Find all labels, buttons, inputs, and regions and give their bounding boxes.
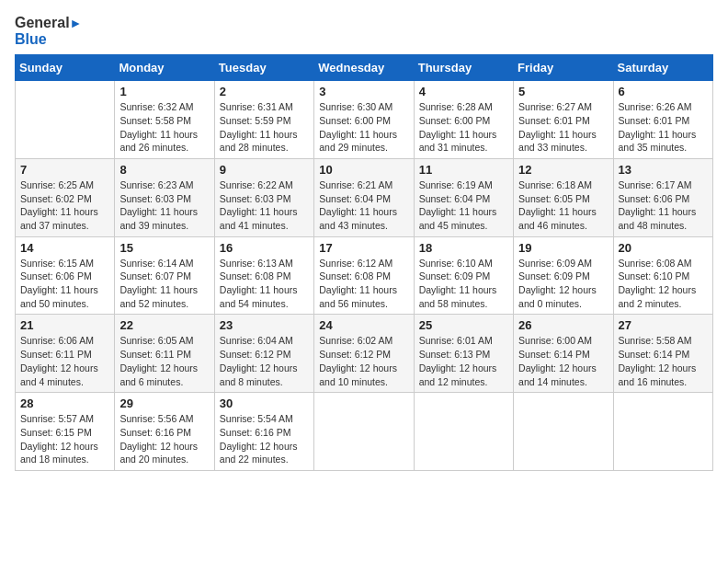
day-number: 24: [319, 318, 408, 332]
day-number: 22: [119, 318, 209, 332]
calendar-cell: 16Sunrise: 6:13 AM Sunset: 6:08 PM Dayli…: [214, 236, 313, 315]
day-info: Sunrise: 5:54 AM Sunset: 6:16 PM Dayligh…: [220, 412, 309, 466]
calendar-cell: 4Sunrise: 6:28 AM Sunset: 6:00 PM Daylig…: [414, 81, 513, 159]
calendar-cell: 22Sunrise: 6:05 AM Sunset: 6:11 PM Dayli…: [115, 315, 214, 393]
logo-text: General► Blue: [15, 15, 82, 47]
calendar-cell: 27Sunrise: 5:58 AM Sunset: 6:14 PM Dayli…: [613, 315, 712, 393]
calendar-table: SundayMondayTuesdayWednesdayThursdayFrid…: [15, 54, 713, 471]
day-number: 20: [619, 241, 708, 255]
calendar-week-row: 7Sunrise: 6:25 AM Sunset: 6:02 PM Daylig…: [16, 158, 713, 236]
day-info: Sunrise: 6:04 AM Sunset: 6:12 PM Dayligh…: [220, 334, 309, 388]
calendar-week-row: 1Sunrise: 6:32 AM Sunset: 5:58 PM Daylig…: [16, 81, 713, 159]
weekday-header-tuesday: Tuesday: [214, 55, 313, 81]
day-info: Sunrise: 6:15 AM Sunset: 6:06 PM Dayligh…: [20, 257, 109, 311]
calendar-cell: [414, 393, 513, 471]
calendar-cell: 26Sunrise: 6:00 AM Sunset: 6:14 PM Dayli…: [514, 315, 613, 393]
calendar-week-row: 28Sunrise: 5:57 AM Sunset: 6:15 PM Dayli…: [16, 393, 713, 471]
calendar-cell: 1Sunrise: 6:32 AM Sunset: 5:58 PM Daylig…: [115, 81, 214, 159]
day-info: Sunrise: 6:23 AM Sunset: 6:03 PM Dayligh…: [119, 178, 209, 233]
day-info: Sunrise: 6:17 AM Sunset: 6:06 PM Dayligh…: [619, 178, 708, 233]
calendar-week-row: 21Sunrise: 6:06 AM Sunset: 6:11 PM Dayli…: [16, 315, 713, 393]
day-number: 16: [220, 241, 309, 255]
calendar-cell: 24Sunrise: 6:02 AM Sunset: 6:12 PM Dayli…: [314, 315, 414, 393]
calendar-cell: 2Sunrise: 6:31 AM Sunset: 5:59 PM Daylig…: [214, 81, 313, 159]
day-number: 23: [220, 318, 309, 332]
day-number: 1: [119, 85, 209, 98]
day-info: Sunrise: 6:19 AM Sunset: 6:04 PM Dayligh…: [419, 178, 508, 233]
calendar-cell: [314, 393, 414, 471]
day-number: 9: [220, 163, 309, 177]
calendar-cell: 14Sunrise: 6:15 AM Sunset: 6:06 PM Dayli…: [16, 236, 115, 315]
day-number: 19: [518, 241, 608, 255]
day-info: Sunrise: 6:31 AM Sunset: 5:59 PM Dayligh…: [220, 100, 309, 155]
day-info: Sunrise: 6:32 AM Sunset: 5:58 PM Dayligh…: [119, 100, 209, 155]
weekday-header-friday: Friday: [514, 55, 613, 81]
calendar-cell: 19Sunrise: 6:09 AM Sunset: 6:09 PM Dayli…: [514, 236, 613, 315]
day-number: 30: [220, 396, 309, 410]
day-info: Sunrise: 6:02 AM Sunset: 6:12 PM Dayligh…: [319, 334, 408, 388]
day-number: 13: [619, 163, 708, 177]
day-number: 14: [20, 241, 109, 255]
day-info: Sunrise: 6:13 AM Sunset: 6:08 PM Dayligh…: [220, 257, 309, 311]
day-info: Sunrise: 6:12 AM Sunset: 6:08 PM Dayligh…: [319, 257, 408, 311]
weekday-header-sunday: Sunday: [16, 55, 115, 81]
logo: General► Blue: [15, 15, 82, 47]
day-number: 2: [220, 85, 309, 98]
day-info: Sunrise: 6:27 AM Sunset: 6:01 PM Dayligh…: [518, 100, 608, 155]
day-info: Sunrise: 6:26 AM Sunset: 6:01 PM Dayligh…: [619, 100, 708, 155]
day-info: Sunrise: 5:57 AM Sunset: 6:15 PM Dayligh…: [20, 412, 109, 466]
calendar-cell: 12Sunrise: 6:18 AM Sunset: 6:05 PM Dayli…: [514, 158, 613, 236]
day-info: Sunrise: 6:21 AM Sunset: 6:04 PM Dayligh…: [319, 178, 408, 233]
day-number: 5: [518, 85, 608, 98]
calendar-week-row: 14Sunrise: 6:15 AM Sunset: 6:06 PM Dayli…: [16, 236, 713, 315]
day-number: 29: [119, 396, 209, 410]
day-info: Sunrise: 6:00 AM Sunset: 6:14 PM Dayligh…: [518, 334, 608, 388]
calendar-cell: 15Sunrise: 6:14 AM Sunset: 6:07 PM Dayli…: [115, 236, 214, 315]
calendar-cell: 20Sunrise: 6:08 AM Sunset: 6:10 PM Dayli…: [613, 236, 712, 315]
day-number: 4: [419, 85, 508, 98]
calendar-cell: 3Sunrise: 6:30 AM Sunset: 6:00 PM Daylig…: [314, 81, 414, 159]
calendar-cell: 5Sunrise: 6:27 AM Sunset: 6:01 PM Daylig…: [514, 81, 613, 159]
weekday-header-thursday: Thursday: [414, 55, 513, 81]
day-number: 10: [319, 163, 408, 177]
day-info: Sunrise: 6:30 AM Sunset: 6:00 PM Dayligh…: [319, 100, 408, 155]
weekday-header-wednesday: Wednesday: [314, 55, 414, 81]
weekday-header-monday: Monday: [115, 55, 214, 81]
calendar-cell: 28Sunrise: 5:57 AM Sunset: 6:15 PM Dayli…: [16, 393, 115, 471]
calendar-cell: 6Sunrise: 6:26 AM Sunset: 6:01 PM Daylig…: [613, 81, 712, 159]
calendar-cell: [613, 393, 712, 471]
calendar-cell: 9Sunrise: 6:22 AM Sunset: 6:03 PM Daylig…: [214, 158, 313, 236]
calendar-cell: 7Sunrise: 6:25 AM Sunset: 6:02 PM Daylig…: [16, 158, 115, 236]
calendar-cell: [16, 81, 115, 159]
day-number: 26: [518, 318, 608, 332]
calendar-cell: [514, 393, 613, 471]
day-number: 7: [20, 163, 109, 177]
day-info: Sunrise: 6:22 AM Sunset: 6:03 PM Dayligh…: [220, 178, 309, 233]
day-info: Sunrise: 5:56 AM Sunset: 6:16 PM Dayligh…: [119, 412, 209, 466]
day-info: Sunrise: 6:25 AM Sunset: 6:02 PM Dayligh…: [20, 178, 109, 233]
day-number: 8: [119, 163, 209, 177]
calendar-cell: 13Sunrise: 6:17 AM Sunset: 6:06 PM Dayli…: [613, 158, 712, 236]
day-info: Sunrise: 6:08 AM Sunset: 6:10 PM Dayligh…: [619, 257, 708, 311]
day-info: Sunrise: 6:01 AM Sunset: 6:13 PM Dayligh…: [419, 334, 508, 388]
day-number: 3: [319, 85, 408, 98]
day-number: 11: [419, 163, 508, 177]
day-number: 17: [319, 241, 408, 255]
day-number: 28: [20, 396, 109, 410]
page-header: General► Blue: [15, 15, 713, 47]
day-number: 12: [518, 163, 608, 177]
day-number: 18: [419, 241, 508, 255]
calendar-cell: 30Sunrise: 5:54 AM Sunset: 6:16 PM Dayli…: [214, 393, 313, 471]
calendar-cell: 18Sunrise: 6:10 AM Sunset: 6:09 PM Dayli…: [414, 236, 513, 315]
calendar-cell: 10Sunrise: 6:21 AM Sunset: 6:04 PM Dayli…: [314, 158, 414, 236]
day-info: Sunrise: 6:18 AM Sunset: 6:05 PM Dayligh…: [518, 178, 608, 233]
day-info: Sunrise: 6:28 AM Sunset: 6:00 PM Dayligh…: [419, 100, 508, 155]
day-number: 27: [619, 318, 708, 332]
day-number: 6: [619, 85, 708, 98]
calendar-cell: 23Sunrise: 6:04 AM Sunset: 6:12 PM Dayli…: [214, 315, 313, 393]
calendar-cell: 29Sunrise: 5:56 AM Sunset: 6:16 PM Dayli…: [115, 393, 214, 471]
day-number: 21: [20, 318, 109, 332]
calendar-cell: 21Sunrise: 6:06 AM Sunset: 6:11 PM Dayli…: [16, 315, 115, 393]
day-number: 25: [419, 318, 508, 332]
day-number: 15: [119, 241, 209, 255]
